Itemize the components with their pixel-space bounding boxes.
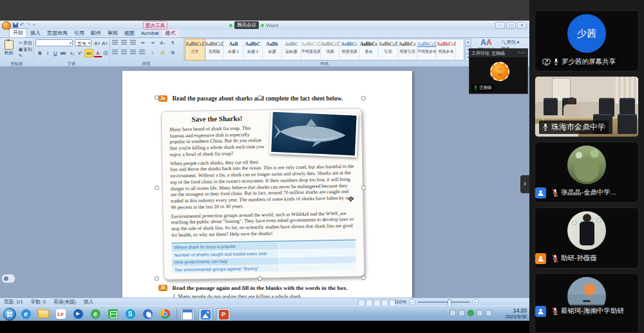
paste-button[interactable]: 粘贴: [1, 39, 17, 56]
numbering-icon[interactable]: [120, 39, 128, 46]
format-painter-button[interactable]: ✎: [18, 53, 23, 59]
skype-icon[interactable]: S: [124, 308, 137, 319]
save-icon[interactable]: [13, 23, 18, 28]
align-left-icon[interactable]: [111, 49, 119, 56]
style-item[interactable]: AaBbC标题 2: [243, 39, 263, 60]
copy-button[interactable]: ▣复制: [18, 46, 32, 52]
style-item[interactable]: AaBbCcD强调: [321, 39, 340, 60]
notes-app-icon[interactable]: [106, 308, 119, 319]
qat-more-icon[interactable]: ▾: [32, 22, 35, 28]
sort-icon[interactable]: A↓: [158, 39, 167, 46]
increase-indent-icon[interactable]: ⇥: [148, 39, 156, 46]
multilevel-list-icon[interactable]: [129, 39, 137, 46]
style-item[interactable]: AaBbCcD不明显强调: [301, 39, 321, 60]
tray-shield-icon[interactable]: [468, 310, 474, 316]
gallery-up-icon[interactable]: ▲: [465, 39, 471, 46]
line-spacing-icon[interactable]: ↕: [148, 49, 156, 56]
tray-icon[interactable]: [459, 310, 465, 316]
zoom-in-icon[interactable]: +: [472, 299, 478, 305]
word-task-icon[interactable]: [180, 308, 194, 321]
shrink-font-button[interactable]: A˅: [100, 39, 109, 48]
tab-review[interactable]: 审阅: [104, 30, 121, 37]
meeting-task-icon[interactable]: [198, 308, 213, 321]
tab-mailings[interactable]: 邮件: [88, 30, 104, 37]
window-controls[interactable]: ─ ▢ ✕: [495, 22, 527, 29]
tab-view[interactable]: 视图: [121, 30, 138, 37]
enclose-char-button[interactable]: Ⓐ: [101, 49, 110, 57]
justify-icon[interactable]: [138, 49, 146, 56]
style-item[interactable]: AaBbCc要点: [359, 39, 379, 60]
meeting-panel-header[interactable]: 工作讨论 王炯炀 ◠◠: [469, 49, 527, 57]
tray-up-icon[interactable]: [450, 310, 456, 316]
ie-icon[interactable]: e: [19, 308, 32, 319]
tray-volume-icon[interactable]: [477, 310, 483, 316]
media-player-icon[interactable]: ▶: [71, 308, 84, 319]
letv-icon[interactable]: Le: [54, 308, 67, 319]
participant-tile[interactable]: 蔡铭珂-海南中学助研: [535, 273, 639, 333]
tray-network-icon[interactable]: [486, 310, 492, 316]
selection-handle[interactable]: [361, 186, 366, 190]
tab-insert[interactable]: 插入: [27, 30, 44, 37]
selection-handle[interactable]: [155, 186, 159, 190]
style-item[interactable]: AaBbCcD无间隔: [205, 39, 224, 60]
font-name-combo[interactable]: ▾: [35, 39, 73, 46]
style-item[interactable]: AaBb标题: [263, 39, 282, 60]
zoom-slider[interactable]: [418, 301, 469, 303]
decrease-indent-icon[interactable]: ⇤: [139, 39, 147, 46]
tab-page-layout[interactable]: 页面布局: [44, 30, 71, 37]
align-center-icon[interactable]: [120, 49, 128, 56]
passage-card[interactable]: Save the Sharks! Many have heard of shar…: [161, 108, 365, 280]
selection-handle[interactable]: [258, 276, 262, 281]
chrome-icon[interactable]: [158, 308, 171, 319]
style-item[interactable]: AaBbCc明显引用: [398, 39, 417, 60]
start-button[interactable]: [3, 308, 16, 321]
cut-button[interactable]: ✂剪切: [18, 40, 32, 46]
tab-home[interactable]: 开始: [9, 28, 27, 37]
undo-icon[interactable]: ↶: [20, 22, 24, 28]
bullets-icon[interactable]: [111, 39, 119, 46]
selection-handle[interactable]: [361, 96, 366, 100]
format-painter-icon: ✎: [18, 53, 23, 59]
minimize-button[interactable]: ─: [495, 22, 505, 29]
taskbar-clock[interactable]: 14:20 2021/9/30: [506, 307, 527, 320]
participant-tile[interactable]: 助研-孙薇薇: [535, 207, 639, 269]
participant-tile[interactable]: 少茜 罗少茜的屏幕共享: [535, 10, 639, 71]
style-item[interactable]: AaBbCcD明显参考: [437, 39, 456, 60]
green-browser-icon[interactable]: e: [89, 308, 102, 319]
style-item[interactable]: AaBbCcD不明显参考: [417, 39, 437, 60]
powerpoint-task-icon[interactable]: P: [216, 308, 231, 321]
style-item[interactable]: AaBbCcD引用: [379, 39, 398, 60]
style-item[interactable]: AaBbCc明显强调: [340, 39, 359, 60]
zoom-out-icon[interactable]: −: [409, 299, 415, 305]
show-marks-icon[interactable]: ¶: [169, 39, 177, 46]
tab-acrobat[interactable]: Acrobat: [138, 30, 162, 37]
sidebar-collapse-arrow[interactable]: ›: [520, 175, 529, 193]
participant-tile[interactable]: 珠海市金鼎中学: [535, 76, 639, 137]
selection-handle[interactable]: [258, 95, 262, 100]
selection-handle[interactable]: [155, 276, 159, 281]
tab-format[interactable]: 格式: [162, 30, 179, 37]
close-button[interactable]: ✕: [517, 22, 527, 29]
selection-handle[interactable]: [155, 95, 159, 100]
annotation-widget[interactable]: [1, 274, 15, 283]
style-item[interactable]: AaB标题 1: [224, 39, 243, 60]
highlight-button[interactable]: ab: [84, 49, 93, 57]
selection-handle[interactable]: [361, 276, 366, 280]
redo-icon[interactable]: ↷: [26, 22, 31, 28]
superscript-button[interactable]: x²: [75, 49, 84, 57]
participant-tile[interactable]: 张晶晶-金鼎中学...: [535, 142, 639, 203]
system-tray[interactable]: [450, 310, 492, 316]
shading-icon[interactable]: ▨: [158, 49, 167, 56]
maximize-button[interactable]: ▢: [506, 22, 516, 29]
explorer-icon[interactable]: [37, 308, 50, 319]
strikethrough-button[interactable]: ab: [59, 49, 68, 57]
font-size-combo[interactable]: 五号▾: [75, 39, 91, 46]
moon-app-icon[interactable]: [141, 308, 154, 319]
style-item[interactable]: AaBbCcD正文: [185, 39, 205, 60]
tab-references[interactable]: 引用: [71, 30, 88, 37]
find-button[interactable]: 🔍查找 ▾: [501, 39, 519, 46]
align-right-icon[interactable]: [129, 49, 137, 56]
borders-icon[interactable]: ⊞: [169, 49, 177, 56]
style-item[interactable]: AaBbC副标题: [282, 39, 301, 60]
meeting-control-panel[interactable]: 工作讨论 王炯炀 ◠◠ 王炯炀: [469, 48, 528, 94]
